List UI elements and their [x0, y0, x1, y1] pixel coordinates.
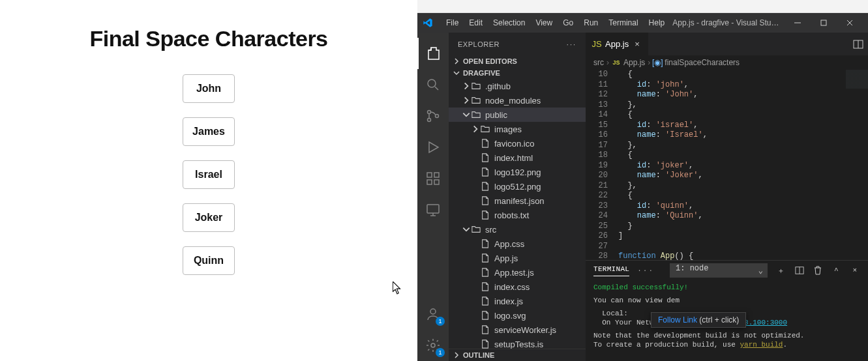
file-row[interactable]: setupTests.is — [449, 337, 586, 349]
menu-item-terminal[interactable]: Terminal — [603, 16, 643, 30]
folder-row[interactable]: .github — [449, 79, 586, 93]
character-item[interactable]: Joker — [183, 203, 235, 232]
vscode-logo-icon — [423, 18, 433, 28]
file-icon — [480, 210, 490, 220]
project-section[interactable]: DRAGFIVE — [449, 67, 586, 79]
tooltip-link-text: Follow Link — [658, 315, 697, 325]
outline-section[interactable]: OUTLINE — [449, 349, 586, 361]
tree-item-label: index.js — [494, 296, 523, 306]
file-icon — [480, 282, 490, 292]
breadcrumbs[interactable]: src › JS App.js › [◉] finalSpaceCharacte… — [586, 55, 868, 70]
file-row[interactable]: index.css — [449, 280, 586, 294]
js-file-icon: JS — [612, 58, 621, 67]
chevron-right-icon — [453, 351, 460, 359]
tree-item-label: serviceWorker.js — [494, 325, 556, 335]
minimize-button[interactable] — [785, 13, 811, 33]
folder-row[interactable]: node_modules — [449, 93, 586, 108]
svg-point-4 — [436, 115, 439, 118]
file-row[interactable]: manifest.json — [449, 194, 586, 208]
editor-tab[interactable]: JS App.js × — [586, 33, 649, 55]
terminal-body[interactable]: Compiled successfully! You can now view … — [586, 280, 868, 361]
svg-rect-8 — [434, 173, 439, 177]
explorer-more-icon[interactable]: ··· — [567, 40, 576, 48]
menu-item-help[interactable]: Help — [644, 16, 670, 30]
tree-item-label: App.js — [494, 253, 518, 263]
extensions-activity-icon[interactable] — [417, 163, 449, 194]
file-row[interactable]: App.js — [449, 251, 586, 265]
file-icon — [480, 267, 490, 278]
explorer-activity-icon[interactable] — [417, 38, 449, 69]
menu-item-view[interactable]: View — [530, 16, 558, 30]
page-title: Final Space Characters — [0, 26, 417, 51]
open-editors-section[interactable]: OPEN EDITORS — [449, 55, 586, 67]
close-button[interactable] — [837, 13, 863, 33]
accounts-activity-icon[interactable]: 1 — [417, 298, 449, 330]
panel-more-icon[interactable]: ··· — [637, 267, 654, 274]
tree-item-label: index.css — [494, 282, 530, 292]
remote-activity-icon[interactable] — [417, 194, 449, 225]
symbol-variable-icon: [◉] — [653, 58, 662, 67]
file-row[interactable]: index.js — [449, 294, 586, 308]
menu-item-run[interactable]: Run — [578, 16, 603, 30]
folder-row[interactable]: images — [449, 122, 586, 136]
background-window-titlebar — [417, 0, 868, 13]
browser-preview-pane: Final Space Characters JohnJamesIsraelJo… — [0, 0, 417, 361]
window-title: App.js - dragfive - Visual Studio C... — [672, 18, 782, 27]
menu-item-file[interactable]: File — [441, 16, 464, 30]
file-row[interactable]: favicon.ico — [449, 136, 586, 151]
terminal-panel: TERMINAL ··· 1: node ⌄ ＋ ^ × Compiled su… — [586, 260, 868, 361]
tree-item-label: favicon.ico — [494, 139, 534, 149]
kill-terminal-icon[interactable] — [813, 266, 823, 275]
file-row[interactable]: logo512.png — [449, 179, 586, 194]
settings-activity-icon[interactable]: 1 — [417, 330, 449, 361]
character-item[interactable]: Quinn — [183, 246, 235, 275]
tree-item-label: node_modules — [485, 96, 541, 106]
file-row[interactable]: logo.svg — [449, 308, 586, 323]
source-control-activity-icon[interactable] — [417, 100, 449, 132]
breadcrumb-item[interactable]: App.js — [623, 58, 645, 67]
split-terminal-icon[interactable] — [794, 266, 804, 275]
maximize-button[interactable] — [811, 13, 837, 33]
breadcrumb-item[interactable]: finalSpaceCharacters — [665, 58, 740, 67]
folder-row[interactable]: public — [449, 108, 586, 122]
maximize-panel-icon[interactable]: ^ — [831, 267, 841, 274]
new-terminal-icon[interactable]: ＋ — [775, 266, 786, 276]
terminal-line: You can now view dem — [593, 296, 860, 305]
file-row[interactable]: logo192.png — [449, 165, 586, 179]
terminal-session-select[interactable]: 1: node ⌄ — [670, 263, 768, 278]
editor-column: JS App.js × src › JS App.js › [◉] finalS… — [586, 33, 868, 361]
activity-bar: 1 1 — [417, 33, 449, 361]
menu-item-selection[interactable]: Selection — [488, 16, 530, 30]
menu-item-go[interactable]: Go — [558, 16, 578, 30]
tree-item-label: index.html — [494, 153, 533, 163]
file-row[interactable]: App.test.js — [449, 265, 586, 280]
menu-item-edit[interactable]: Edit — [464, 16, 488, 30]
character-item[interactable]: Israel — [183, 160, 235, 189]
link-tooltip: Follow Link (ctrl + click) — [651, 312, 746, 328]
minimap[interactable] — [846, 70, 868, 260]
terminal-tab[interactable]: TERMINAL — [593, 265, 629, 276]
svg-rect-7 — [434, 180, 439, 184]
character-item[interactable]: John — [183, 74, 235, 103]
tree-item-label: images — [494, 124, 522, 134]
chevron-right-icon — [453, 57, 460, 65]
file-row[interactable]: index.html — [449, 151, 586, 165]
character-item[interactable]: James — [183, 117, 235, 146]
file-icon — [480, 138, 490, 149]
code-content[interactable]: { id: 'john', name: 'John', }, { id: 'is… — [618, 70, 846, 260]
file-row[interactable]: serviceWorker.js — [449, 323, 586, 337]
code-editor[interactable]: 1011121314151617181920212223242526272829… — [586, 70, 868, 260]
split-editor-icon[interactable] — [848, 33, 868, 55]
tree-item-label: robots.txt — [494, 210, 529, 220]
breadcrumb-item[interactable]: src — [593, 58, 604, 67]
file-row[interactable]: App.css — [449, 237, 586, 251]
close-panel-icon[interactable]: × — [850, 267, 860, 274]
search-activity-icon[interactable] — [417, 69, 449, 100]
explorer-sidebar: EXPLORER ··· OPEN EDITORS DRAGFIVE .gith… — [449, 33, 586, 361]
file-row[interactable]: robots.txt — [449, 208, 586, 222]
folder-row[interactable]: src — [449, 222, 586, 237]
chevron-right-icon — [462, 81, 471, 91]
run-debug-activity-icon[interactable] — [417, 132, 449, 163]
close-tab-icon[interactable]: × — [633, 39, 642, 49]
chevron-right-icon: › — [606, 58, 609, 67]
